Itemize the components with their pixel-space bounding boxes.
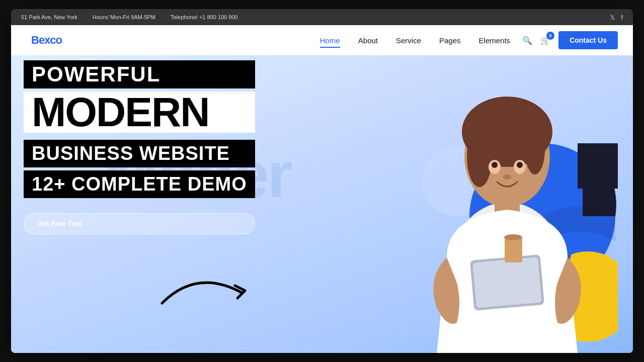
contact-button[interactable]: Contact Us	[558, 31, 618, 49]
svg-rect-12	[505, 237, 522, 262]
nav-home[interactable]: Home	[320, 36, 340, 45]
social-links: 𝕏 f	[610, 14, 623, 21]
hero-section: Moder	[11, 55, 633, 353]
svg-point-7	[467, 127, 492, 187]
logo: Bexco	[31, 34, 62, 47]
nav-elements[interactable]: Elements	[479, 36, 511, 45]
hero-demo-text: 12+ COMPLETE DEMO	[24, 170, 255, 198]
curved-arrow-decoration	[157, 263, 268, 325]
twitter-icon[interactable]: 𝕏	[610, 14, 615, 21]
cart-badge: 0	[546, 32, 554, 40]
nav-pages[interactable]: Pages	[439, 36, 461, 45]
svg-rect-11	[472, 257, 541, 308]
hero-business-text: BUSINESS WEBSITE	[24, 140, 255, 167]
nav-bar: Bexco Home About Service Pages Elements …	[11, 25, 633, 55]
outer-frame: 51 Park Ave, New York Hours/ Mon-Fri 9AM…	[0, 0, 644, 362]
svg-point-8	[525, 124, 545, 174]
svg-point-18	[503, 174, 511, 179]
hero-modern-text: MODERN	[24, 92, 255, 133]
svg-point-17	[517, 162, 523, 168]
info-bar-left: 51 Park Ave, New York Hours/ Mon-Fri 9AM…	[21, 14, 595, 20]
address-info: 51 Park Ave, New York	[21, 14, 77, 20]
hero-powerful-text: POWERFUL	[24, 60, 255, 88]
nav-links: Home About Service Pages Elements	[320, 36, 510, 45]
nav-actions: 🔍 🛒 0 Contact Us	[522, 31, 618, 49]
svg-point-16	[492, 162, 498, 168]
hours-info: Hours/ Mon-Fri 9AM-5PM	[93, 14, 155, 20]
person-image	[407, 66, 608, 353]
hero-text-overlays: POWERFUL MODERN BUSINESS WEBSITE 12+ COM…	[24, 60, 255, 234]
nav-about[interactable]: About	[358, 36, 378, 45]
browser-window: 51 Park Ave, New York Hours/ Mon-Fri 9AM…	[11, 9, 633, 353]
info-bar: 51 Park Ave, New York Hours/ Mon-Fri 9AM…	[11, 9, 633, 25]
search-icon[interactable]: 🔍	[522, 36, 532, 45]
svg-point-13	[504, 234, 522, 240]
facebook-icon[interactable]: f	[621, 14, 623, 21]
nav-service[interactable]: Service	[396, 36, 421, 45]
get-trial-button[interactable]: Get Free Trial →	[24, 213, 255, 234]
cart-button[interactable]: 🛒 0	[540, 36, 550, 45]
telephone-info: Telephone/ +1 800 100 900	[171, 14, 238, 20]
